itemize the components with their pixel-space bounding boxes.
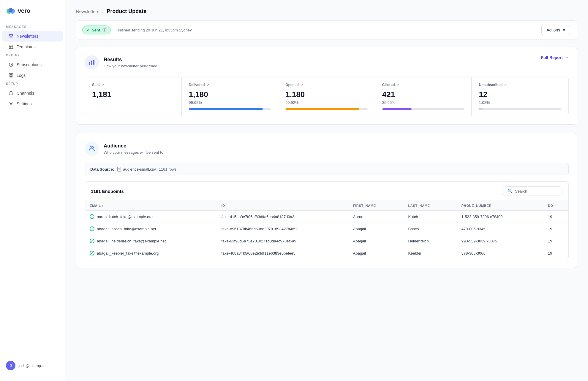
external-link-icon: ↗ <box>206 83 209 87</box>
check-circle-icon <box>90 251 94 255</box>
svg-rect-4 <box>9 45 13 49</box>
bar-chart-icon <box>88 59 95 66</box>
svg-rect-3 <box>9 35 13 38</box>
table-body: aaron_kutch_fake@example.orgfake-415bb0e… <box>85 211 568 259</box>
external-link-icon: ↗ <box>101 83 104 87</box>
stat-cell-delivered[interactable]: Delivered ↗ 1,180 99.92% <box>182 77 279 116</box>
sidebar-section-label-debug: DEBUG <box>0 53 65 57</box>
table-row[interactable]: aaron_kutch_fake@example.orgfake-415bb0e… <box>85 211 568 223</box>
col-header-do[interactable]: DO <box>543 201 568 211</box>
user-name: josh@examp... <box>18 363 44 368</box>
search-wrapper[interactable]: 🔍 <box>503 186 562 196</box>
col-header-email[interactable]: EMAIL ↑ <box>85 201 216 211</box>
table-row[interactable]: abagail_bosco_fake@example.netfake-89613… <box>85 223 568 235</box>
stat-label: Clicked ↗ <box>382 83 464 87</box>
check-circle-icon <box>90 239 94 243</box>
col-header-first_name[interactable]: FIRST_NAME <box>348 201 404 211</box>
data-source-label: Data Source: <box>90 167 114 172</box>
stat-value: 1,181 <box>92 90 174 99</box>
breadcrumb-current: Product Update <box>107 8 146 15</box>
results-title: Results <box>104 57 157 63</box>
cell-phone_number: 990-559-3039 x3075 <box>457 235 543 247</box>
svg-rect-8 <box>9 74 11 75</box>
svg-marker-12 <box>9 91 13 95</box>
stat-label: Unsubscribed ↗ <box>479 83 561 87</box>
check-circle-icon <box>90 214 94 219</box>
stat-bar-fill <box>479 108 483 110</box>
stat-cell-clicked[interactable]: Clicked ↗ 421 35.65% <box>375 77 472 116</box>
cell-do: 19 <box>543 211 568 223</box>
col-header-last_name[interactable]: LAST_NAME <box>403 201 456 211</box>
cell-first_name: Abagail <box>348 223 404 235</box>
cell-do: 19 <box>543 247 568 259</box>
stat-percent: 99.92% <box>285 100 368 105</box>
sidebar-item-logs[interactable]: Logs <box>2 70 63 81</box>
cell-phone_number: 479-005-9345 <box>457 223 543 235</box>
chevron-down-icon: ▼ <box>562 28 566 32</box>
cell-phone_number: 378-305-3066 <box>457 247 543 259</box>
stat-label: Delivered ↗ <box>189 83 271 87</box>
audience-icon-wrapper <box>85 142 99 156</box>
sidebar-item-settings[interactable]: Settings <box>2 99 63 109</box>
col-header-id[interactable]: ID <box>216 201 348 211</box>
stat-percent: 1.02% <box>479 100 561 105</box>
stats-grid: Sent ↗ 1,181 Delivered ↗ 1,180 99.92% Op… <box>85 77 569 116</box>
data-source-file: audience-small.csv <box>117 167 156 172</box>
search-icon: 🔍 <box>508 189 513 193</box>
svg-rect-11 <box>11 76 13 77</box>
status-bar: ✓ Sent ⓘ Finished sending 29 Jun 21, 8:3… <box>76 20 577 39</box>
avatar: J <box>6 361 15 370</box>
user-menu[interactable]: J josh@examp... ↑ <box>0 356 65 375</box>
breadcrumb-parent[interactable]: Newsletters <box>76 9 99 14</box>
stat-label: Sent ↗ <box>92 83 174 87</box>
table-row[interactable]: abagail_keebler_fake@example.orgfake-468… <box>85 247 568 259</box>
layout-icon <box>8 44 14 50</box>
status-badge: ✓ Sent ⓘ <box>82 26 111 34</box>
info-icon[interactable]: ⓘ <box>102 27 106 33</box>
audience-section: Audience Who your messages will be sent … <box>76 133 577 268</box>
table-row[interactable]: abagail_heidenreich_fake@example.netfake… <box>85 235 568 247</box>
actions-button[interactable]: Actions ▼ <box>541 25 571 35</box>
cell-first_name: Abagail <box>348 235 404 247</box>
audience-header: Audience Who your messages will be sent … <box>85 142 569 156</box>
data-source-bar: Data Source: audience-small.csv 1181 row… <box>85 163 569 175</box>
stat-bar-fill <box>285 108 359 110</box>
stat-cell-unsubscribed[interactable]: Unsubscribed ↗ 12 1.02% <box>472 77 568 116</box>
cell-email: abagail_heidenreich_fake@example.net <box>85 235 216 247</box>
cell-id: fake-63f90d5a73e7010271d8da4c978ef5a9 <box>216 235 348 247</box>
svg-point-7 <box>9 63 13 66</box>
external-link-icon: ↗ <box>396 83 399 87</box>
results-section: Results How your newsletter performed Fu… <box>76 47 577 125</box>
check-circle-icon <box>90 226 94 231</box>
results-header: Results How your newsletter performed Fu… <box>85 55 569 69</box>
cell-do: 19 <box>543 223 568 235</box>
sidebar-item-templates[interactable]: Templates <box>2 42 63 52</box>
stat-cell-opened[interactable]: Opened ↗ 1,180 99.92% <box>278 77 375 116</box>
cell-last_name: Kutch <box>403 211 456 223</box>
search-input[interactable] <box>515 189 558 193</box>
status-left: ✓ Sent ⓘ Finished sending 29 Jun 21, 8:3… <box>82 26 192 34</box>
stat-label: Opened ↗ <box>285 83 368 87</box>
users-icon <box>88 145 95 152</box>
cell-email: abagail_bosco_fake@example.net <box>85 223 216 235</box>
stat-percent: 35.65% <box>382 100 464 105</box>
svg-point-18 <box>92 147 94 148</box>
full-report-link[interactable]: Full Report → <box>541 55 569 60</box>
sidebar-item-label-subscriptions: Subscriptions <box>17 62 42 67</box>
sidebar-item-subscriptions[interactable]: Subscriptions <box>2 59 63 70</box>
results-icon-wrapper <box>85 55 99 69</box>
external-link-icon: ↗ <box>504 83 507 87</box>
stat-cell-sent[interactable]: Sent ↗ 1,181 <box>85 77 182 116</box>
sidebar-item-channels[interactable]: Channels <box>2 88 63 99</box>
col-header-phone_number[interactable]: PHONE_NUMBER <box>457 201 543 211</box>
stat-percent: 99.92% <box>189 100 271 105</box>
svg-rect-10 <box>9 76 11 77</box>
endpoints-table: EMAIL ↑IDFIRST_NAMELAST_NAMEPHONE_NUMBER… <box>85 201 568 259</box>
cell-first_name: Abagail <box>348 247 404 259</box>
sidebar-item-label-channels: Channels <box>17 91 34 96</box>
app-logo: vero <box>0 6 65 24</box>
hexagon-icon <box>8 91 14 96</box>
cell-do: 19 <box>543 235 568 247</box>
sidebar-item-label-newsletters: Newsletters <box>17 34 38 39</box>
sidebar-item-newsletters[interactable]: Newsletters <box>2 31 63 42</box>
